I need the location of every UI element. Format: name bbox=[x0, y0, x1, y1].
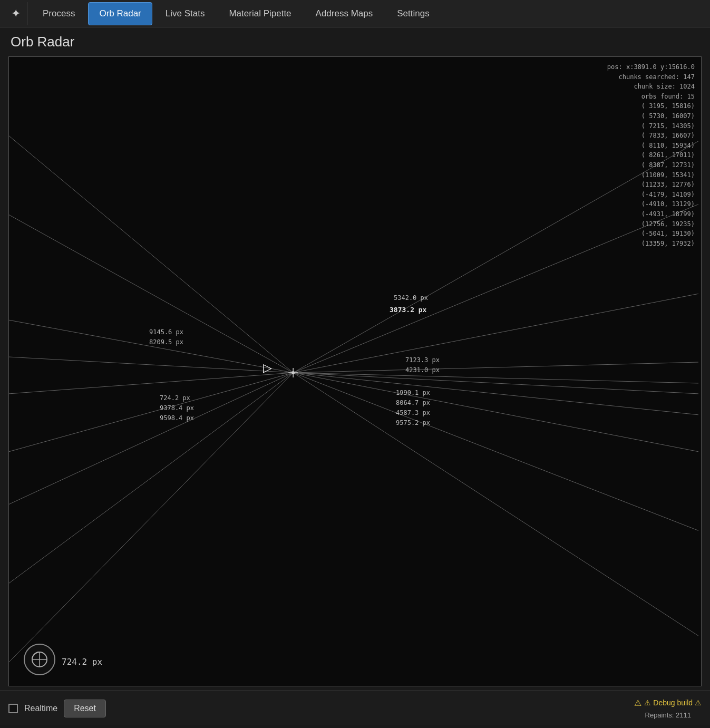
stat-orb-2: ( 5730, 16007) bbox=[607, 111, 695, 121]
tab-process[interactable]: Process bbox=[32, 2, 86, 25]
svg-line-3 bbox=[293, 362, 698, 373]
stat-orb-6: ( 8261, 17011) bbox=[607, 150, 695, 160]
svg-line-14 bbox=[9, 373, 293, 504]
repaints-label: Repaints: 2111 bbox=[645, 711, 691, 719]
svg-line-4 bbox=[293, 373, 698, 383]
svg-line-15 bbox=[293, 373, 698, 530]
stat-orb-5: ( 8110, 15934) bbox=[607, 141, 695, 151]
dist-label-1: 5342.0 px bbox=[394, 294, 428, 302]
stat-orb-10: (-4179, 14109) bbox=[607, 190, 695, 200]
stat-orb-7: ( 8387, 12731) bbox=[607, 160, 695, 170]
stat-orb-11: (-4910, 13129) bbox=[607, 199, 695, 209]
dist-label-4: 8209.5 px bbox=[149, 338, 183, 346]
realtime-label: Realtime bbox=[24, 704, 57, 713]
svg-line-5 bbox=[293, 373, 698, 394]
orb-distance-label: 724.2 px bbox=[62, 657, 102, 667]
dist-label-6: 4231.0 px bbox=[405, 366, 440, 374]
dist-label-3: 9145.6 px bbox=[149, 328, 183, 336]
stat-orb-13: (12756, 19235) bbox=[607, 219, 695, 229]
dist-label-12: 4587.3 px bbox=[396, 409, 430, 416]
stat-pos: pos: x:3891.0 y:15616.0 bbox=[607, 62, 695, 72]
stat-orb-4: ( 7833, 16607) bbox=[607, 131, 695, 141]
debug-build-label: ⚠ Debug build ⚠ bbox=[644, 698, 702, 707]
stats-overlay: pos: x:3891.0 y:15616.0 chunks searched:… bbox=[607, 62, 695, 248]
tab-material-pipette[interactable]: Material Pipette bbox=[218, 2, 302, 25]
stat-orb-14: (-5041, 19130) bbox=[607, 229, 695, 239]
debug-build-info: ⚠ ⚠ Debug build ⚠ Repaints: 2111 bbox=[634, 698, 702, 719]
tab-address-maps[interactable]: Address Maps bbox=[305, 2, 384, 25]
dist-label-11: 8064.7 px bbox=[396, 399, 430, 406]
tab-orb-radar[interactable]: Orb Radar bbox=[88, 2, 152, 25]
orb-icon[interactable] bbox=[24, 644, 55, 675]
svg-line-18 bbox=[9, 373, 293, 662]
radar-svg bbox=[9, 57, 701, 686]
page-title: Orb Radar bbox=[0, 27, 710, 54]
stat-orbs-found: orbs found: 15 bbox=[607, 92, 695, 102]
star-button[interactable]: ✦ bbox=[4, 2, 27, 25]
stat-orb-15: (13359, 17932) bbox=[607, 239, 695, 249]
dist-label-5: 7123.3 px bbox=[405, 356, 440, 364]
reset-button[interactable]: Reset bbox=[64, 700, 106, 717]
radar-canvas[interactable]: pos: x:3891.0 y:15616.0 chunks searched:… bbox=[8, 56, 702, 686]
dist-label-10: 1990.1 px bbox=[396, 389, 430, 396]
top-nav: ✦ Process Orb Radar Live Stats Material … bbox=[0, 0, 710, 27]
realtime-checkbox[interactable] bbox=[8, 704, 18, 713]
dist-label-13: 9575.2 px bbox=[396, 419, 430, 426]
dist-label-2: 3873.2 px bbox=[390, 306, 426, 314]
stat-orb-1: ( 3195, 15816) bbox=[607, 101, 695, 111]
tab-live-stats[interactable]: Live Stats bbox=[154, 2, 216, 25]
stat-chunks: chunks searched: 147 bbox=[607, 72, 695, 82]
dist-label-9: 9598.4 px bbox=[160, 414, 194, 422]
svg-line-9 bbox=[9, 215, 293, 372]
svg-line-17 bbox=[9, 373, 293, 583]
stat-chunk-size: chunk size: 1024 bbox=[607, 82, 695, 92]
svg-line-12 bbox=[9, 373, 293, 394]
dist-label-7: 724.2 px bbox=[160, 394, 190, 402]
svg-line-8 bbox=[9, 136, 293, 373]
stat-orb-12: (-4931, 18799) bbox=[607, 209, 695, 219]
bottom-bar: Realtime Reset ⚠ ⚠ Debug build ⚠ Repaint… bbox=[0, 691, 710, 725]
dist-label-8: 9378.4 px bbox=[160, 404, 194, 412]
stat-orb-9: (11233, 12776) bbox=[607, 180, 695, 190]
stat-orb-3: ( 7215, 14305) bbox=[607, 121, 695, 131]
stat-orb-8: (11009, 15341) bbox=[607, 170, 695, 180]
tab-settings[interactable]: Settings bbox=[386, 2, 440, 25]
svg-line-2 bbox=[293, 294, 698, 373]
svg-line-6 bbox=[293, 373, 698, 415]
warning-icon-left: ⚠ bbox=[634, 698, 641, 708]
svg-line-13 bbox=[9, 373, 293, 452]
